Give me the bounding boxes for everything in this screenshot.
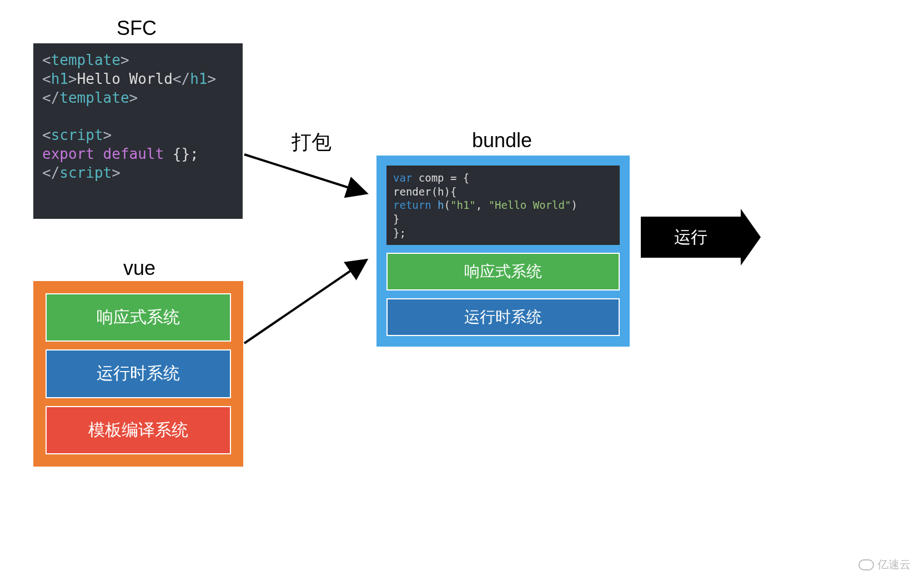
bundle-runtime-system: 运行时系统 <box>386 298 620 336</box>
bundle-code-block: var comp = { render(h){ return h("h1", "… <box>386 166 620 245</box>
bundle-reactive-system: 响应式系统 <box>386 253 620 290</box>
svg-line-0 <box>244 154 366 193</box>
svg-line-1 <box>244 260 366 343</box>
run-label: 运行 <box>674 226 707 249</box>
bundle-label: bundle <box>472 129 532 152</box>
sfc-code-block: <template> <h1>Hello World</h1> </templa… <box>33 43 243 219</box>
vue-label: vue <box>123 257 155 280</box>
watermark: 亿速云 <box>858 557 911 572</box>
sfc-label: SFC <box>117 17 157 40</box>
bundle-box: var comp = { render(h){ return h("h1", "… <box>376 156 630 347</box>
run-arrow: 运行 <box>641 217 741 258</box>
vue-compiler-system: 模板编译系统 <box>46 406 231 454</box>
vue-reactive-system: 响应式系统 <box>46 293 231 342</box>
arrow-sfc-to-bundle <box>239 149 378 204</box>
cloud-icon <box>858 559 874 570</box>
vue-box: 响应式系统 运行时系统 模板编译系统 <box>33 281 243 467</box>
arrow-vue-to-bundle <box>239 249 378 349</box>
vue-runtime-system: 运行时系统 <box>46 349 231 398</box>
